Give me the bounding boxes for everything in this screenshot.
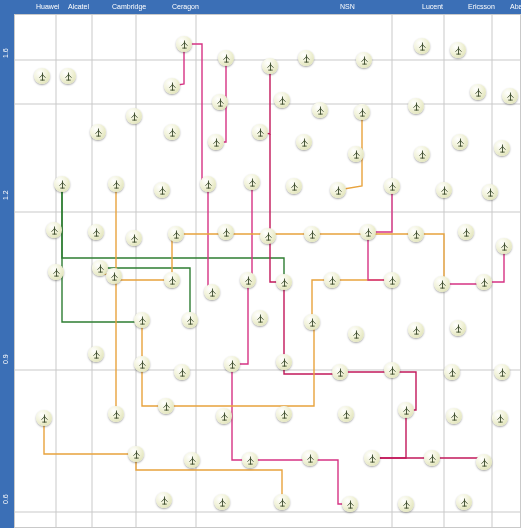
node-n43[interactable] [260,228,276,244]
node-n62[interactable] [252,310,268,326]
link-8[interactable] [232,280,248,364]
column-label-abaltec[interactable]: Abaltec [510,3,525,10]
column-label-cambridge[interactable]: Cambridge [112,3,146,10]
node-n47[interactable] [458,224,474,240]
node-n46[interactable] [408,226,424,242]
row-label-r4[interactable]: 0.6 [2,494,9,504]
node-n54[interactable] [240,272,256,288]
node-n41[interactable] [168,226,184,242]
node-n57[interactable] [384,272,400,288]
node-n82[interactable] [398,402,414,418]
node-n88[interactable] [302,450,318,466]
node-n44[interactable] [304,226,320,242]
node-n26[interactable] [452,134,468,150]
node-n55[interactable] [276,274,292,290]
node-n36[interactable] [436,182,452,198]
link-4[interactable] [184,44,208,184]
node-n4[interactable] [298,50,314,66]
link-27[interactable] [44,418,136,454]
node-n34[interactable] [330,182,346,198]
node-n91[interactable] [476,454,492,470]
node-n20[interactable] [164,124,180,140]
node-n32[interactable] [244,174,260,190]
node-n78[interactable] [158,398,174,414]
node-n71[interactable] [276,354,292,370]
node-n38[interactable] [46,222,62,238]
node-n5[interactable] [356,52,372,68]
node-n84[interactable] [492,410,508,426]
node-n69[interactable] [174,364,190,380]
link-9[interactable] [232,364,250,460]
node-n37[interactable] [482,184,498,200]
node-n63[interactable] [304,314,320,330]
node-n30[interactable] [154,182,170,198]
node-n21[interactable] [208,134,224,150]
link-0[interactable] [62,184,142,322]
node-n53[interactable] [204,284,220,300]
node-n3[interactable] [262,58,278,74]
node-n31[interactable] [200,176,216,192]
column-label-ericsson[interactable]: Ericsson [468,3,495,10]
node-n13[interactable] [312,102,328,118]
node-n11[interactable] [274,92,290,108]
node-n65[interactable] [408,322,424,338]
column-label-alcatel[interactable]: Alcatel [68,3,89,10]
node-n77[interactable] [108,406,124,422]
node-n19[interactable] [126,108,142,124]
node-n9[interactable] [60,68,76,84]
node-n93[interactable] [214,494,230,510]
node-n75[interactable] [494,364,510,380]
node-n45[interactable] [360,224,376,240]
node-n58[interactable] [434,276,450,292]
column-label-ceragon[interactable]: Ceragon [172,3,199,10]
link-7[interactable] [248,182,252,280]
node-n48[interactable] [496,238,512,254]
node-n83[interactable] [446,408,462,424]
node-n15[interactable] [408,98,424,114]
row-label-r3[interactable]: 0.9 [2,354,9,364]
node-n8[interactable] [34,68,50,84]
node-n18[interactable] [90,124,106,140]
node-n76[interactable] [36,410,52,426]
node-n80[interactable] [276,406,292,422]
node-n51[interactable] [106,268,122,284]
link-5[interactable] [208,184,212,292]
node-n68[interactable] [134,356,150,372]
column-label-lucent[interactable]: Lucent [422,3,443,10]
node-n67[interactable] [88,346,104,362]
node-n29[interactable] [108,176,124,192]
link-10[interactable] [250,460,350,504]
node-n95[interactable] [342,496,358,512]
node-n86[interactable] [184,452,200,468]
node-n73[interactable] [384,362,400,378]
node-n40[interactable] [126,230,142,246]
node-n74[interactable] [444,364,460,380]
node-n28[interactable] [54,176,70,192]
node-n42[interactable] [218,224,234,240]
row-label-r2[interactable]: 1.2 [2,190,9,200]
node-n10[interactable] [164,78,180,94]
node-n61[interactable] [182,312,198,328]
node-n89[interactable] [364,450,380,466]
node-n52[interactable] [164,272,180,288]
node-n14[interactable] [354,104,370,120]
node-n35[interactable] [384,178,400,194]
link-12[interactable] [270,134,284,282]
node-n79[interactable] [216,408,232,424]
node-n94[interactable] [274,494,290,510]
node-n85[interactable] [128,446,144,462]
node-n72[interactable] [332,364,348,380]
node-n39[interactable] [88,224,104,240]
node-n87[interactable] [242,452,258,468]
node-n49[interactable] [48,264,64,280]
node-n7[interactable] [450,42,466,58]
node-n66[interactable] [450,320,466,336]
node-n56[interactable] [324,272,340,288]
node-n6[interactable] [414,38,430,54]
node-n27[interactable] [494,140,510,156]
node-n81[interactable] [338,406,354,422]
node-n60[interactable] [134,312,150,328]
node-n24[interactable] [348,146,364,162]
node-n23[interactable] [296,134,312,150]
column-label-nsn[interactable]: NSN [340,3,355,10]
